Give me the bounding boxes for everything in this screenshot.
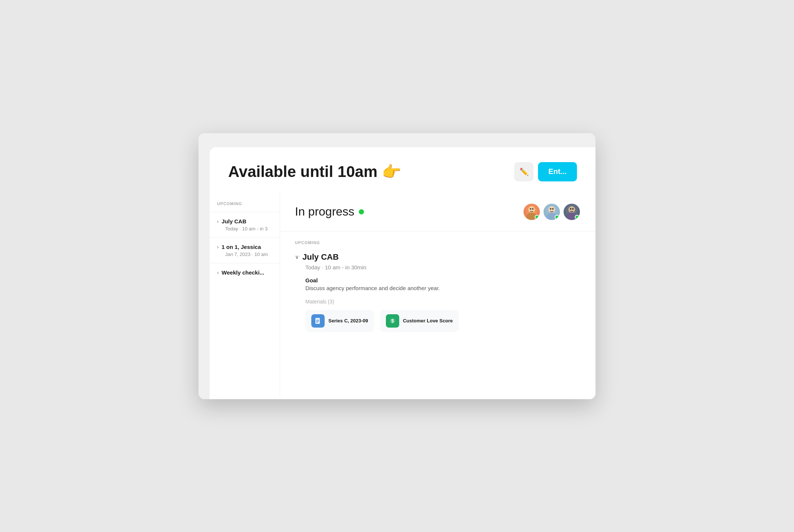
sidebar-item-header-1: › July CAB — [217, 218, 272, 224]
sidebar-item-title-1: July CAB — [222, 218, 246, 224]
sidebar-item-header-3: › Weekly checki... — [217, 269, 272, 276]
sidebar-item-subtitle-2: Jan 7, 2023 · 10 am — [217, 252, 272, 257]
svg-point-11 — [572, 208, 574, 210]
in-progress-text: In progress — [295, 205, 354, 219]
avatar-2[interactable] — [543, 203, 561, 221]
chevron-icon-1: › — [217, 219, 219, 224]
event-expand-icon: ∨ — [295, 254, 299, 260]
sidebar-item-title-2: 1 on 1, Jessica — [222, 244, 261, 250]
material-icon-1 — [311, 314, 325, 328]
sidebar-item-july-cab[interactable]: › July CAB Today · 10 am - in 3 — [210, 212, 280, 237]
avatar-2-online-dot — [555, 215, 559, 219]
screen: Available until 10am 👉 ✏️ Ent... UPCOMIN… — [198, 133, 596, 399]
sidebar-item-header-2: › 1 on 1, Jessica — [217, 244, 272, 250]
material-title-1: Series C, 2023-09 — [328, 318, 368, 324]
avatar-1-online-dot — [535, 215, 539, 219]
header-actions: ✏️ Ent... — [514, 162, 577, 181]
enter-button[interactable]: Ent... — [538, 162, 577, 181]
event-goal-section: Goal Discuss agency performance and deci… — [295, 277, 581, 332]
svg-rect-15 — [316, 322, 318, 323]
sidebar-item-subtitle-1: Today · 10 am - in 3 — [217, 226, 272, 231]
event-item-july-cab: ∨ July CAB Today · 10 am - in 30min Goal… — [295, 252, 581, 339]
in-progress-section: In progress — [280, 193, 596, 231]
goal-label: Goal — [305, 277, 581, 283]
svg-rect-14 — [316, 321, 319, 322]
material-title-2: Customer Love Score — [403, 318, 453, 324]
header-title-text: Available until 10am — [228, 163, 377, 181]
svg-point-10 — [570, 208, 571, 210]
header-title: Available until 10am 👉 — [228, 162, 401, 181]
event-title: July CAB — [302, 252, 339, 262]
svg-point-6 — [550, 208, 551, 210]
material-card-1[interactable]: Series C, 2023-09 — [305, 310, 374, 332]
material-card-2[interactable]: $ Customer Love Score — [380, 310, 459, 332]
goal-text: Discuss agency performance and decide an… — [305, 285, 581, 291]
upcoming-panel-title: UPCOMING — [295, 240, 581, 245]
header-area: Available until 10am 👉 ✏️ Ent... — [210, 147, 596, 193]
event-header[interactable]: ∨ July CAB — [295, 252, 581, 262]
edit-button[interactable]: ✏️ — [514, 162, 534, 181]
content-layout: UPCOMING › July CAB Today · 10 am - in 3… — [210, 193, 596, 396]
svg-point-3 — [532, 208, 534, 210]
avatar-group — [523, 203, 581, 221]
avatar-3-online-dot — [575, 215, 579, 219]
right-main: In progress — [280, 193, 596, 396]
sidebar-item-1on1-jessica[interactable]: › 1 on 1, Jessica Jan 7, 2023 · 10 am — [210, 237, 280, 263]
pencil-icon: ✏️ — [519, 167, 529, 176]
left-sidebar: UPCOMING › July CAB Today · 10 am - in 3… — [210, 193, 280, 396]
sidebar-item-title-3: Weekly checki... — [222, 269, 264, 276]
svg-point-2 — [530, 208, 531, 210]
sidebar-item-weekly-checkin[interactable]: › Weekly checki... — [210, 263, 280, 283]
svg-point-7 — [552, 208, 554, 210]
main-panel: Available until 10am 👉 ✏️ Ent... UPCOMIN… — [210, 147, 596, 399]
upcoming-section: UPCOMING ∨ July CAB Today · 10 am - in 3… — [280, 231, 596, 339]
chevron-icon-3: › — [217, 270, 219, 275]
materials-grid: Series C, 2023-09 $ Cu — [305, 310, 581, 332]
material-icon-2: $ — [386, 314, 399, 328]
sidebar-section-title: UPCOMING — [210, 201, 280, 212]
svg-text:$: $ — [391, 318, 394, 324]
materials-label: Materials (3) — [305, 299, 581, 305]
avatar-1[interactable] — [523, 203, 541, 221]
event-time: Today · 10 am - in 30min — [295, 264, 581, 270]
status-dot — [359, 209, 364, 214]
in-progress-label: In progress — [295, 205, 364, 219]
pointing-emoji: 👉 — [382, 162, 401, 181]
avatar-3[interactable] — [563, 203, 581, 221]
chevron-icon-2: › — [217, 244, 219, 250]
svg-rect-13 — [316, 320, 319, 321]
